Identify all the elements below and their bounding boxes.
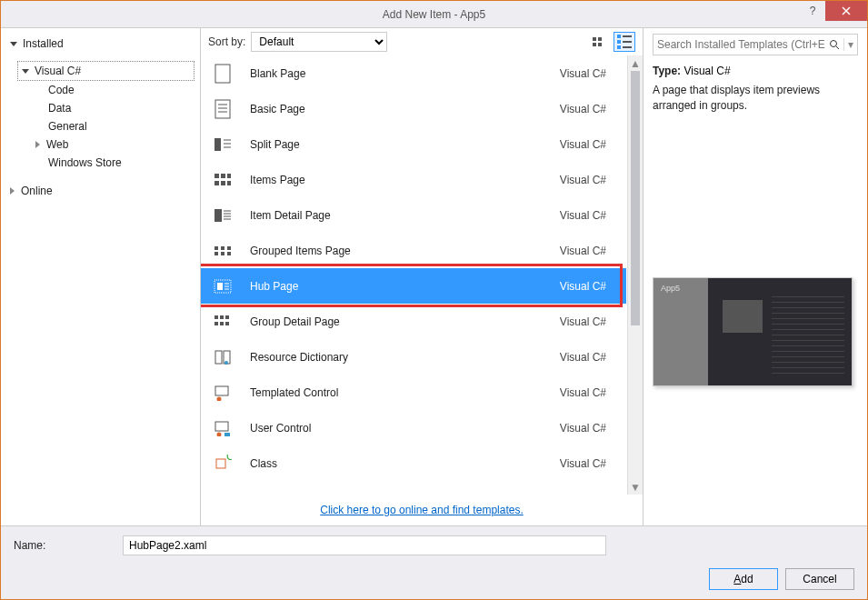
template-list-wrap: Blank Page Visual C# Basic Page Visual C… [201,55,643,495]
chevron-right-icon [10,187,15,195]
template-row[interactable]: Grouped Items Page Visual C# [201,233,626,268]
online-templates-link-row: Click here to go online and find templat… [201,495,643,525]
svg-rect-10 [221,174,225,178]
svg-rect-40 [215,386,228,395]
template-main: Sort by: Default Blank Page Visual C# [201,28,644,525]
title-bar: Add New Item - App5 ? [1,1,867,28]
view-grid-button[interactable] [586,32,608,52]
sortby-select[interactable]: Default [251,32,387,52]
detail-icon [212,205,234,226]
template-row[interactable]: Split Page Visual C# [201,126,626,162]
items-icon [212,169,234,191]
svg-line-48 [836,46,839,49]
sidebar-item-windows-store[interactable]: Windows Store [1,154,200,172]
template-row[interactable]: Item Detail Page Visual C# [201,197,626,233]
view-list-button[interactable] [614,32,635,52]
svg-rect-1 [215,100,230,118]
sidebar-item-data[interactable]: Data [1,99,200,117]
svg-rect-44 [224,433,230,436]
page-icon [212,98,234,120]
svg-rect-22 [221,246,224,250]
name-input[interactable] [123,535,606,555]
search-input[interactable] [657,38,825,51]
svg-rect-15 [215,209,222,222]
template-row[interactable]: User Control Visual C# [201,410,626,445]
add-button[interactable]: Add [709,568,778,590]
svg-rect-36 [225,322,229,325]
svg-point-43 [217,432,222,436]
scroll-thumb[interactable] [631,71,640,325]
templated-icon [212,382,234,404]
template-row[interactable]: Items Page Visual C# [201,162,626,197]
template-info: Type: Visual C# A page that displays ite… [653,65,858,114]
help-button[interactable]: ? [800,1,825,21]
svg-rect-9 [215,174,219,178]
window-title: Add New Item - App5 [1,8,867,21]
sidebar-online[interactable]: Online [1,181,200,201]
svg-rect-12 [215,181,219,185]
split-icon [212,134,234,155]
template-toolbar: Sort by: Default [201,28,643,55]
usercontrol-icon [212,417,234,439]
template-row[interactable]: Group Detail Page Visual C# [201,304,626,339]
svg-rect-13 [221,181,225,185]
svg-rect-5 [215,138,221,151]
scroll-up-icon[interactable]: ▲ [628,55,643,71]
details-pane: ▾ Type: Visual C# A page that displays i… [644,28,867,525]
search-icon[interactable] [825,39,843,50]
template-row[interactable]: C# Class Visual C# [201,445,626,481]
template-row[interactable]: Templated Control Visual C# [201,375,626,410]
page-icon [212,63,234,85]
sidebar-visual-csharp[interactable]: Visual C# [17,61,195,81]
list-icon [617,35,632,49]
template-row[interactable]: Basic Page Visual C# [201,91,626,126]
close-button[interactable] [825,1,867,21]
window-controls: ? [800,1,867,21]
chevron-down-icon [10,42,17,46]
class-icon: C# [212,453,234,475]
cancel-button[interactable]: Cancel [785,568,854,590]
svg-point-39 [224,361,228,365]
svg-rect-37 [215,351,222,364]
svg-rect-21 [215,252,218,255]
dialog-footer: Name: Add Cancel [1,525,867,599]
svg-rect-45 [216,459,225,468]
template-list[interactable]: Blank Page Visual C# Basic Page Visual C… [201,55,626,495]
search-dropdown-icon[interactable]: ▾ [843,38,853,51]
svg-rect-24 [227,246,231,250]
template-row-selected[interactable]: Hub Page Visual C# [201,268,626,304]
svg-rect-14 [227,181,231,185]
sidebar-item-code[interactable]: Code [1,81,200,99]
type-row: Type: Visual C# [653,65,858,77]
template-preview: App5 [653,277,853,386]
sidebar-installed[interactable]: Installed [1,34,200,54]
svg-rect-25 [227,252,231,255]
svg-rect-27 [217,283,223,290]
sidebar-item-general[interactable]: General [1,117,200,135]
dictionary-icon [212,346,234,368]
template-description: A page that displays item previews arran… [653,83,858,114]
name-label: Name: [14,539,114,552]
chevron-right-icon [35,141,40,148]
template-row[interactable]: Resource Dictionary Visual C# [201,339,626,375]
svg-rect-35 [220,322,224,325]
sortby-label: Sort by: [208,35,245,48]
sidebar-item-web[interactable]: Web [1,135,200,154]
scroll-down-icon[interactable]: ▼ [628,479,643,495]
online-templates-link[interactable]: Click here to go online and find templat… [320,504,523,516]
svg-rect-20 [215,246,218,250]
svg-rect-34 [215,322,218,325]
svg-rect-0 [215,65,230,83]
chevron-down-icon [22,69,29,74]
name-row: Name: [14,535,854,555]
template-row[interactable]: Blank Page Visual C# [201,55,626,91]
svg-rect-42 [215,422,228,431]
category-sidebar: Installed Visual C# Code Data General We… [1,28,201,525]
button-row: Add Cancel [14,568,854,590]
svg-rect-32 [220,315,224,319]
search-box[interactable]: ▾ [653,34,858,55]
grouped-icon [212,240,234,262]
hub-icon [212,275,234,297]
svg-point-41 [217,396,222,401]
scrollbar[interactable]: ▲ ▼ [627,55,643,495]
